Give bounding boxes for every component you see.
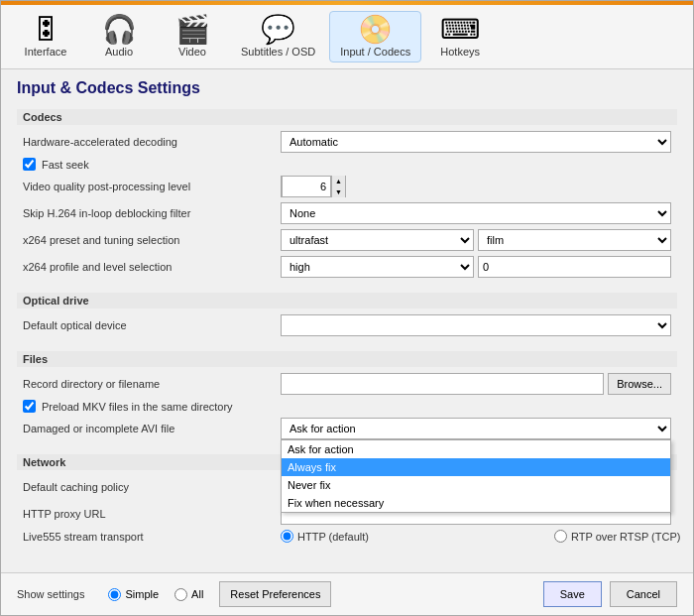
all-settings-label: All [191, 588, 203, 600]
vq-label: Video quality post-processing level [23, 181, 281, 192]
browse-button[interactable]: Browse... [608, 373, 671, 395]
record-row: Record directory or filename Browse... [17, 373, 677, 395]
live555-http-label: HTTP (default) [297, 531, 369, 543]
optical-device-select[interactable] [281, 314, 671, 336]
fast-seek-checkbox[interactable] [23, 158, 36, 171]
avi-row: Damaged or incomplete AVI file Ask for a… [17, 418, 677, 439]
input-icon: 📀 [358, 16, 393, 44]
page-title: Input & Codecs Settings [17, 79, 677, 97]
toolbar-item-hotkeys-label: Hotkeys [440, 46, 480, 58]
toolbar-item-video[interactable]: 🎬Video [158, 12, 227, 62]
toolbar-item-audio-label: Audio [105, 46, 133, 58]
x264-profile-control: high [281, 256, 671, 278]
codecs-section-label: Codecs [17, 109, 677, 125]
x264-profile-row: x264 profile and level selection high [17, 256, 677, 278]
live555-radio-group: HTTP (default) RTP over RTSP (TCP) [281, 530, 693, 543]
main-window: 🎛Interface🎧Audio🎬Video💬Subtitles / OSD📀I… [0, 0, 694, 616]
live555-rtp-label: RTP over RTSP (TCP) [571, 531, 680, 543]
avi-control: Ask for action Ask for action Always fix… [281, 418, 671, 439]
hw-decode-control: Automatic [281, 131, 671, 153]
avi-select[interactable]: Ask for action [281, 418, 671, 439]
video-icon: 🎬 [175, 16, 210, 44]
x264-preset-select[interactable]: ultrafast [281, 229, 474, 251]
live555-http-radio[interactable] [281, 530, 293, 543]
all-settings-option[interactable]: All [174, 588, 203, 601]
vq-control: ▲ ▼ [281, 176, 671, 197]
live555-http-option[interactable]: HTTP (default) [281, 530, 538, 543]
footer: Show settings Simple All Reset Preferenc… [1, 572, 693, 615]
preload-mkv-checkbox[interactable] [23, 400, 36, 413]
vq-up-btn[interactable]: ▲ [331, 176, 345, 186]
files-section: Files Record directory or filename Brows… [17, 351, 677, 444]
show-settings-label: Show settings [17, 588, 84, 600]
optical-device-row: Default optical device [17, 314, 677, 336]
cancel-button[interactable]: Cancel [610, 581, 677, 607]
files-section-label: Files [17, 351, 677, 367]
x264-preset-control: ultrafast film [281, 229, 671, 251]
audio-icon: 🎧 [102, 16, 137, 44]
simple-settings-option[interactable]: Simple [108, 588, 159, 601]
all-settings-radio[interactable] [174, 588, 187, 601]
optical-section: Optical drive Default optical device [17, 293, 677, 341]
fast-seek-row: Fast seek [17, 158, 677, 171]
avi-option-always[interactable]: Always fix [282, 458, 670, 476]
avi-option-when-necessary[interactable]: Fix when necessary [282, 494, 670, 512]
avi-option-ask[interactable]: Ask for action [282, 440, 670, 458]
footer-right: Save Cancel [543, 581, 677, 607]
x264-profile-select[interactable]: high [281, 256, 474, 278]
codecs-section: Codecs Hardware-accelerated decoding Aut… [17, 109, 677, 283]
x264-level-input[interactable] [478, 256, 671, 278]
toolbar-item-interface-label: Interface [25, 46, 67, 58]
live555-rtp-option[interactable]: RTP over RTSP (TCP) [554, 530, 693, 543]
skip-h264-select[interactable]: None [281, 202, 671, 224]
fast-seek-label: Fast seek [42, 159, 89, 171]
save-button[interactable]: Save [543, 581, 602, 607]
preload-mkv-label: Preload MKV files in the same directory [42, 401, 233, 413]
skip-h264-label: Skip H.264 in-loop deblocking filter [23, 207, 281, 219]
optical-device-label: Default optical device [23, 319, 281, 331]
toolbar-item-subtitles-label: Subtitles / OSD [241, 46, 315, 58]
toolbar-item-interface[interactable]: 🎛Interface [11, 12, 80, 62]
hw-decode-label: Hardware-accelerated decoding [23, 136, 281, 148]
live555-label: Live555 stream transport [23, 531, 281, 543]
hw-decode-row: Hardware-accelerated decoding Automatic [17, 131, 677, 153]
vq-spinner-btns: ▲ ▼ [331, 176, 345, 197]
http-proxy-label: HTTP proxy URL [23, 508, 281, 520]
optical-device-control [281, 314, 671, 336]
live555-row: Live555 stream transport HTTP (default) … [17, 530, 677, 543]
hotkeys-icon: ⌨ [440, 16, 480, 44]
toolbar-item-hotkeys[interactable]: ⌨Hotkeys [425, 12, 495, 62]
avi-option-never[interactable]: Never fix [282, 476, 670, 494]
toolbar-item-input-label: Input / Codecs [340, 46, 410, 58]
preload-mkv-row: Preload MKV files in the same directory [17, 400, 677, 413]
record-input[interactable] [281, 373, 604, 395]
simple-settings-label: Simple [125, 588, 159, 600]
vq-input[interactable] [282, 176, 331, 197]
toolbar-item-subtitles[interactable]: 💬Subtitles / OSD [231, 12, 325, 62]
skip-h264-control: None [281, 202, 671, 224]
content-area: Input & Codecs Settings Codecs Hardware-… [1, 69, 693, 572]
avi-dropdown-list: Ask for action Always fix Never fix Fix … [281, 439, 671, 513]
subtitles-icon: 💬 [261, 16, 295, 44]
caching-label: Default caching policy [23, 481, 281, 493]
live555-rtp-radio[interactable] [554, 530, 567, 543]
footer-left: Show settings Simple All Reset Preferenc… [17, 581, 331, 607]
hw-decode-select[interactable]: Automatic [281, 131, 671, 153]
x264-preset-row: x264 preset and tuning selection ultrafa… [17, 229, 677, 251]
avi-label: Damaged or incomplete AVI file [23, 423, 281, 434]
x264-tuning-select[interactable]: film [478, 229, 671, 251]
vq-down-btn[interactable]: ▼ [331, 186, 345, 197]
vq-spinner: ▲ ▼ [281, 176, 346, 197]
reset-preferences-button[interactable]: Reset Preferences [219, 581, 331, 607]
record-control: Browse... [281, 373, 671, 395]
x264-profile-label: x264 profile and level selection [23, 261, 281, 273]
toolbar-item-video-label: Video [178, 46, 206, 58]
toolbar-item-input[interactable]: 📀Input / Codecs [329, 11, 421, 62]
live555-control: HTTP (default) RTP over RTSP (TCP) [281, 530, 693, 543]
record-label: Record directory or filename [23, 378, 281, 390]
simple-settings-radio[interactable] [108, 588, 121, 601]
skip-h264-row: Skip H.264 in-loop deblocking filter Non… [17, 202, 677, 224]
toolbar-item-audio[interactable]: 🎧Audio [84, 12, 154, 62]
toolbar: 🎛Interface🎧Audio🎬Video💬Subtitles / OSD📀I… [1, 5, 693, 69]
vq-row: Video quality post-processing level ▲ ▼ [17, 176, 677, 197]
